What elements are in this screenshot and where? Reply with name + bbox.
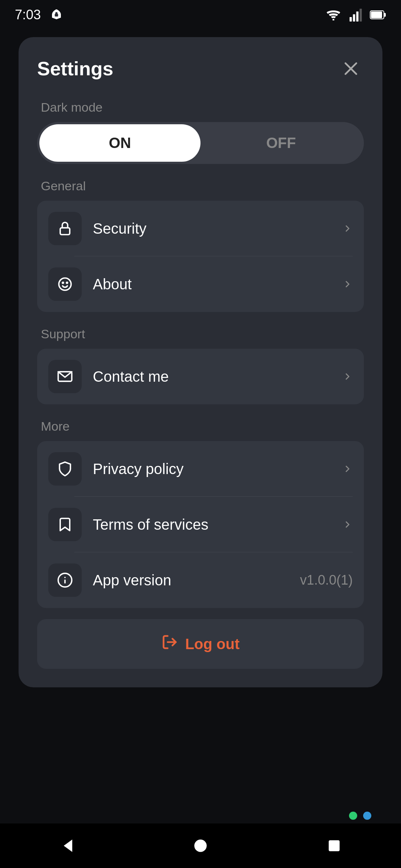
contact-item[interactable]: Contact me: [37, 349, 364, 404]
security-item[interactable]: Security: [37, 201, 364, 256]
privacy-icon-wrap: [48, 452, 82, 486]
settings-modal: Settings Dark mode ON OFF General: [19, 37, 382, 687]
version-label: App version: [93, 572, 300, 589]
about-chevron-icon: [342, 276, 353, 293]
version-item: App version v1.0.0(1): [37, 552, 364, 608]
svg-rect-9: [384, 13, 386, 17]
more-card: Privacy policy Terms of services: [37, 441, 364, 608]
more-section-label: More: [37, 419, 364, 434]
svg-marker-21: [64, 839, 72, 852]
modal-overlay: Settings Dark mode ON OFF General: [0, 0, 401, 868]
support-card: Contact me: [37, 349, 364, 404]
svg-rect-8: [371, 11, 382, 18]
svg-rect-6: [360, 9, 362, 22]
svg-point-13: [59, 278, 71, 290]
version-icon-wrap: [48, 563, 82, 597]
dark-mode-section: Dark mode ON OFF: [37, 100, 364, 164]
shield-status-icon: [48, 7, 65, 23]
svg-rect-3: [350, 17, 352, 22]
logout-icon: [162, 634, 178, 654]
shield-icon: [57, 461, 73, 477]
privacy-label: Privacy policy: [93, 461, 339, 477]
logout-label: Log out: [185, 636, 240, 652]
time-display: 7:03: [15, 7, 41, 23]
modal-header: Settings: [37, 56, 364, 82]
dark-mode-label: Dark mode: [37, 100, 364, 115]
close-button[interactable]: [338, 56, 364, 82]
green-dot: [349, 812, 357, 820]
smiley-icon: [57, 276, 73, 292]
svg-rect-4: [353, 14, 355, 22]
privacy-chevron-icon: [342, 461, 353, 477]
info-icon: [57, 572, 73, 588]
svg-point-14: [62, 282, 63, 283]
wifi-icon: [325, 7, 342, 23]
status-right: [325, 7, 386, 23]
privacy-item[interactable]: Privacy policy: [37, 441, 364, 497]
contact-icon-wrap: [48, 360, 82, 393]
about-label: About: [93, 276, 339, 293]
svg-point-1: [55, 12, 58, 14]
terms-chevron-icon: [342, 516, 353, 533]
contact-label: Contact me: [93, 368, 339, 385]
svg-rect-23: [329, 840, 339, 851]
svg-point-15: [66, 282, 68, 283]
nav-bar: [0, 823, 401, 868]
battery-icon: [370, 7, 386, 23]
toggle-on-button[interactable]: ON: [39, 124, 200, 162]
about-item[interactable]: About: [37, 256, 364, 312]
contact-chevron-icon: [342, 368, 353, 385]
modal-title: Settings: [37, 57, 113, 80]
lock-icon: [57, 220, 73, 237]
about-icon-wrap: [48, 267, 82, 301]
svg-point-22: [194, 839, 206, 852]
signal-icon: [348, 7, 364, 23]
recent-nav-button[interactable]: [319, 831, 349, 861]
security-icon-wrap: [48, 212, 82, 245]
back-nav-button[interactable]: [52, 831, 82, 861]
terms-label: Terms of services: [93, 516, 339, 533]
version-number: v1.0.0(1): [300, 572, 353, 588]
security-label: Security: [93, 220, 339, 237]
terms-icon-wrap: [48, 508, 82, 541]
blue-dot: [363, 812, 371, 820]
general-card: Security About: [37, 201, 364, 312]
svg-rect-12: [60, 228, 70, 234]
status-left: 7:03: [15, 7, 65, 23]
home-nav-button[interactable]: [186, 831, 215, 861]
logout-button[interactable]: Log out: [37, 619, 364, 669]
general-section-label: General: [37, 179, 364, 193]
dark-mode-toggle[interactable]: ON OFF: [37, 122, 364, 164]
terms-item[interactable]: Terms of services: [37, 497, 364, 552]
toggle-off-button[interactable]: OFF: [200, 124, 362, 162]
security-chevron-icon: [342, 220, 353, 237]
color-dots: [349, 812, 371, 820]
svg-point-2: [333, 19, 335, 20]
bookmark-icon: [57, 516, 73, 533]
support-section-label: Support: [37, 327, 364, 341]
status-bar: 7:03: [0, 0, 401, 27]
mail-icon: [57, 368, 73, 385]
svg-rect-5: [356, 11, 359, 22]
